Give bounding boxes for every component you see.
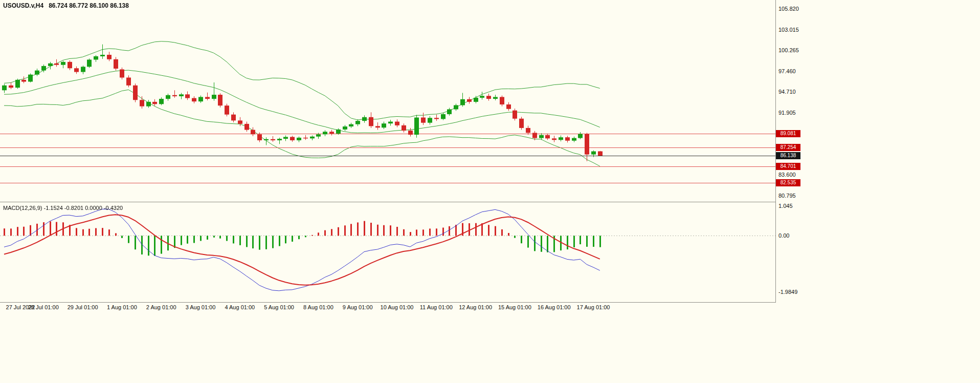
time-axis-label: 28 Jul 01:00 <box>28 304 59 310</box>
candlestick-chart-canvas[interactable] <box>0 0 775 202</box>
price-axis-label: 105.820 <box>778 6 799 12</box>
time-axis-label: 17 Aug 01:00 <box>577 304 610 310</box>
time-axis-label: 5 Aug 01:00 <box>264 304 294 310</box>
macd-indicator-canvas[interactable] <box>0 203 775 302</box>
macd-axis-label: -1.9849 <box>778 289 797 295</box>
price-line-badge: 89.081 <box>776 130 800 137</box>
macd-indicator-label: MACD(12,26,9) -1.1524 -0.8201 0.0000 -0.… <box>3 205 123 211</box>
ohlc-values: 86.724 86.772 86.100 86.138 <box>49 2 129 9</box>
price-axis-label: 83.600 <box>778 172 796 178</box>
chart-bottom-border <box>0 302 775 303</box>
price-axis-label: 94.710 <box>778 89 796 95</box>
time-axis-label: 1 Aug 01:00 <box>107 304 137 310</box>
time-axis[interactable]: 27 Jul 202228 Jul 01:0029 Jul 01:001 Aug… <box>0 303 775 311</box>
price-axis-label: 100.265 <box>778 47 799 53</box>
time-axis-label: 29 Jul 01:00 <box>68 304 98 310</box>
macd-axis[interactable]: 1.0450.00-1.9849 <box>775 203 811 302</box>
price-line-badge: 84.701 <box>776 163 800 170</box>
time-axis-label: 10 Aug 01:00 <box>381 304 414 310</box>
chart-window: USOUSD.v,H4 86.724 86.772 86.100 86.138 … <box>0 0 980 383</box>
price-axis-label: 91.905 <box>778 110 796 116</box>
price-line-badge: 82.535 <box>776 179 800 186</box>
macd-axis-label: 1.045 <box>778 203 793 209</box>
time-axis-label: 8 Aug 01:00 <box>303 304 333 310</box>
price-axis-label: 97.460 <box>778 68 796 74</box>
time-axis-label: 9 Aug 01:00 <box>343 304 373 310</box>
price-line-badge: 87.254 <box>776 144 800 151</box>
pane-separator[interactable] <box>0 202 775 202</box>
macd-axis-label: 0.00 <box>778 232 789 239</box>
price-axis-label: 103.015 <box>778 27 799 33</box>
chart-title: USOUSD.v,H4 86.724 86.772 86.100 86.138 <box>3 2 129 9</box>
time-axis-label: 2 Aug 01:00 <box>146 304 176 310</box>
time-axis-label: 12 Aug 01:00 <box>459 304 492 310</box>
price-axis-label: 80.795 <box>778 193 796 199</box>
current-price-badge: 86.138 <box>776 152 800 159</box>
time-axis-label: 15 Aug 01:00 <box>498 304 531 310</box>
symbol-timeframe-label: USOUSD.v,H4 <box>3 2 43 9</box>
time-axis-label: 3 Aug 01:00 <box>186 304 216 310</box>
time-axis-label: 4 Aug 01:00 <box>225 304 255 310</box>
time-axis-label: 16 Aug 01:00 <box>538 304 571 310</box>
time-axis-label: 11 Aug 01:00 <box>420 304 453 310</box>
